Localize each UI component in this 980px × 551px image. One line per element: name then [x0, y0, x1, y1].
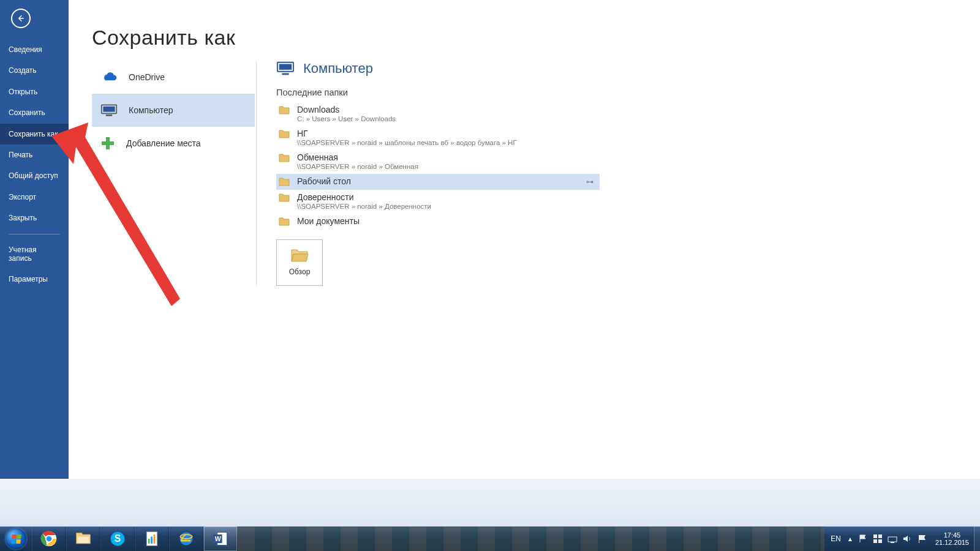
svg-rect-27	[873, 539, 877, 543]
svg-rect-1	[103, 107, 115, 112]
sidebar-item-account[interactable]: Учетная запись	[0, 239, 69, 269]
desktop-strip	[0, 479, 980, 527]
svg-rect-6	[279, 64, 292, 70]
sidebar-item-save[interactable]: Сохранить	[0, 102, 69, 123]
taskbar-app-libreoffice[interactable]	[135, 527, 169, 551]
backstage-sidebar: Сведения Создать Открыть Сохранить Сохра…	[0, 0, 69, 479]
svg-rect-12	[77, 537, 89, 544]
svg-rect-7	[282, 73, 288, 75]
sidebar-separator	[9, 234, 60, 234]
show-desktop-button[interactable]	[974, 527, 980, 551]
computer-icon	[276, 61, 295, 77]
svg-rect-29	[888, 537, 897, 542]
tray-time: 17:45	[944, 531, 961, 539]
recent-folder[interactable]: DownloadsC: » Users » User » Downloads	[276, 102, 600, 126]
browse-button[interactable]: Обзор	[276, 239, 323, 286]
document-icon	[143, 530, 160, 547]
recent-folder[interactable]: НГ\\SOAPSERVER » noraid » шаблоны печать…	[276, 126, 600, 150]
word-icon: W	[212, 530, 229, 547]
tray-chevron-icon[interactable]: ▲	[847, 536, 853, 542]
recent-folder[interactable]: Мои документы	[276, 214, 600, 230]
recent-folders-label: Последние папки	[276, 88, 980, 97]
location-label: Добавление места	[126, 138, 201, 148]
taskbar-spacer	[238, 527, 824, 551]
sidebar-item-print[interactable]: Печать	[0, 144, 69, 165]
file-explorer-icon	[75, 530, 92, 547]
plus-icon	[100, 136, 115, 151]
svg-rect-2	[106, 114, 113, 116]
svg-rect-17	[151, 537, 153, 544]
arrow-left-icon	[16, 13, 26, 23]
windows-logo-icon	[6, 528, 26, 549]
detail-heading-row: Компьютер	[276, 61, 980, 77]
sidebar-item-new[interactable]: Создать	[0, 60, 69, 81]
tray-network-icon[interactable]	[888, 534, 897, 544]
taskbar-app-ie[interactable]	[169, 527, 203, 551]
sidebar-item-export[interactable]: Экспорт	[0, 187, 69, 208]
cloud-icon	[100, 71, 118, 83]
svg-rect-16	[148, 539, 150, 544]
svg-rect-26	[878, 534, 882, 538]
sidebar-item-open[interactable]: Открыть	[0, 81, 69, 102]
folder-icon	[279, 178, 290, 186]
tray-action-center-icon[interactable]	[917, 534, 927, 544]
sidebar-item-close[interactable]: Закрыть	[0, 208, 69, 228]
system-tray: EN ▲ 17:45 21.12.2015	[824, 527, 974, 551]
svg-rect-25	[873, 534, 877, 538]
recent-folder[interactable]: Обменная\\SOAPSERVER » noraid » Обменная	[276, 150, 600, 174]
taskbar-app-skype[interactable]: S	[100, 527, 135, 551]
pin-icon[interactable]: ⊶	[586, 178, 594, 186]
locations-column: OneDrive Компьютер Добавление места	[92, 61, 255, 286]
folder-open-icon	[290, 249, 309, 263]
folder-icon	[279, 193, 290, 202]
tray-language[interactable]: EN	[831, 534, 841, 543]
svg-text:S: S	[115, 533, 121, 544]
skype-icon: S	[109, 530, 126, 547]
folder-icon	[279, 217, 290, 226]
internet-explorer-icon	[178, 530, 195, 547]
svg-rect-4	[102, 141, 114, 145]
detail-heading: Компьютер	[303, 61, 373, 77]
svg-rect-18	[154, 534, 156, 544]
recent-folder[interactable]: Рабочий стол ⊶	[276, 174, 600, 190]
svg-rect-28	[878, 539, 882, 543]
location-label: OneDrive	[129, 72, 165, 82]
sidebar-item-save-as[interactable]: Сохранить как	[0, 124, 69, 144]
backstage-main: Сохранить как OneDrive Компьютер	[69, 0, 980, 479]
location-add-place[interactable]: Добавление места	[92, 127, 255, 160]
page-heading: Сохранить как	[69, 0, 980, 61]
location-label: Компьютер	[129, 105, 173, 115]
recent-folders-list: DownloadsC: » Users » User » Downloads Н…	[276, 102, 600, 230]
svg-text:W: W	[215, 535, 221, 542]
taskbar-app-word[interactable]: W	[203, 527, 238, 551]
tray-grid-icon[interactable]	[873, 534, 883, 544]
sidebar-item-options[interactable]: Параметры	[0, 269, 69, 290]
recent-folder[interactable]: Доверенности\\SOAPSERVER » noraid » Дове…	[276, 190, 600, 214]
tray-date: 21.12.2015	[935, 539, 969, 546]
taskbar-app-chrome[interactable]	[32, 527, 66, 551]
browse-label: Обзор	[289, 268, 311, 276]
svg-rect-31	[919, 535, 919, 543]
detail-column: Компьютер Последние папки DownloadsC: » …	[256, 61, 980, 286]
sidebar-item-info[interactable]: Сведения	[0, 39, 69, 60]
taskbar-app-explorer[interactable]	[66, 527, 100, 551]
folder-icon	[279, 130, 290, 138]
computer-icon	[100, 103, 118, 117]
back-button[interactable]	[11, 9, 31, 28]
svg-rect-30	[891, 542, 894, 543]
folder-icon	[279, 106, 290, 114]
location-onedrive[interactable]: OneDrive	[92, 61, 255, 94]
tray-volume-icon[interactable]	[902, 534, 912, 544]
folder-icon	[279, 154, 290, 162]
start-button[interactable]	[0, 527, 32, 551]
tray-flag-icon[interactable]	[858, 534, 868, 544]
location-computer[interactable]: Компьютер	[92, 94, 255, 127]
chrome-icon	[40, 530, 58, 547]
sidebar-item-share[interactable]: Общий доступ	[0, 165, 69, 186]
tray-clock[interactable]: 17:45 21.12.2015	[932, 531, 973, 546]
taskbar: S W EN ▲ 17:45 21.12.2015	[0, 527, 980, 551]
